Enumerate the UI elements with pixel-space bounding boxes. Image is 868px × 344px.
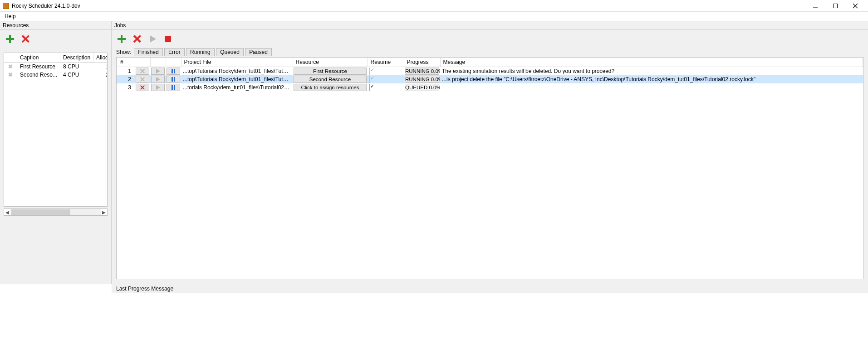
svg-rect-22 (172, 69, 173, 73)
svg-marker-21 (156, 69, 160, 73)
job-play-icon[interactable] (151, 76, 165, 83)
titlebar: Rocky Scheduler 24.1.0-dev (0, 0, 868, 12)
maximize-button[interactable] (825, 0, 845, 12)
statusbar: Last Progress Message (112, 284, 868, 293)
job-project-file: ...top\Tutoriais Rocky\dem_tut01_files\T… (181, 67, 293, 76)
job-progress: RUNNING 0.0% (405, 68, 439, 75)
svg-rect-23 (174, 69, 175, 73)
job-pause-icon[interactable] (167, 76, 180, 83)
job-num: 3 (117, 83, 135, 92)
svg-rect-1 (834, 4, 838, 8)
scroll-right-icon[interactable]: ▶ (101, 209, 107, 215)
svg-marker-31 (156, 85, 160, 90)
resource-allocated: 1 (93, 63, 108, 71)
job-resource-button[interactable]: Second Resource (294, 76, 367, 83)
job-cancel-icon[interactable] (136, 84, 149, 91)
add-job-button[interactable] (116, 34, 127, 44)
filter-error[interactable]: Error (164, 48, 185, 56)
col-progress[interactable]: Progress (404, 58, 440, 67)
jobs-panel: Jobs Show: Finished Error Running Queued… (112, 21, 868, 284)
resources-toolbar (0, 30, 111, 48)
svg-rect-27 (172, 77, 173, 82)
job-row[interactable]: 2...top\Tutoriais Rocky\dem_tut01_files\… (117, 75, 863, 83)
filter-running[interactable]: Running (186, 48, 215, 56)
job-message: The existing simulation results will be … (440, 67, 863, 76)
window-title: Rocky Scheduler 24.1.0-dev (12, 3, 80, 9)
job-progress: QUEUED 0.0% (405, 84, 439, 91)
delete-icon[interactable]: ✖ (7, 72, 14, 78)
remove-job-button[interactable] (132, 34, 142, 44)
col-message[interactable]: Message (440, 58, 863, 67)
svg-rect-12 (118, 38, 126, 40)
job-resume-checkbox[interactable] (369, 68, 370, 75)
job-resource-button[interactable]: First Resource (294, 68, 367, 75)
menu-help[interactable]: Help (2, 12, 19, 20)
last-progress-label: Last Progress Message (116, 286, 173, 292)
col-resume[interactable]: Resume (368, 58, 404, 67)
scroll-left-icon[interactable]: ◀ (4, 209, 10, 215)
col-resource[interactable]: Resource (293, 58, 368, 67)
filter-paused[interactable]: Paused (245, 48, 272, 56)
job-project-file: ...top\Tutoriais Rocky\dem_tut01_files\T… (181, 75, 293, 83)
play-button[interactable] (147, 34, 158, 44)
resource-row[interactable]: ✖First Resource8 CPU1 (4, 63, 108, 71)
job-num: 2 (117, 75, 135, 83)
job-resume-checkbox[interactable] (369, 76, 370, 83)
svg-rect-32 (172, 85, 173, 90)
job-num: 1 (117, 67, 135, 76)
svg-marker-17 (150, 35, 156, 43)
jobs-table[interactable]: # Project File Resource Resume Progress … (116, 57, 863, 279)
close-button[interactable] (845, 0, 865, 12)
col-caption[interactable]: Caption (17, 53, 60, 63)
jobs-toolbar (112, 30, 868, 48)
col-num[interactable]: # (117, 58, 135, 67)
col-description[interactable]: Description (60, 53, 93, 63)
col-allocated[interactable]: Allocated (93, 53, 108, 63)
resources-panel: Resources Caption Description (0, 21, 112, 284)
col-blank (4, 53, 17, 63)
resource-description: 8 CPU (60, 63, 93, 71)
job-progress: RUNNING 0.0% (405, 76, 439, 83)
filter-queued[interactable]: Queued (216, 48, 244, 56)
filter-finished[interactable]: Finished (134, 48, 162, 56)
filter-bar: Show: Finished Error Running Queued Paus… (112, 48, 868, 56)
svg-rect-18 (165, 36, 171, 42)
resource-allocated: 2 (93, 71, 108, 79)
svg-rect-5 (6, 38, 14, 40)
job-pause-icon[interactable] (167, 68, 180, 75)
job-cancel-icon[interactable] (136, 76, 149, 83)
job-cancel-icon[interactable] (136, 68, 149, 75)
job-play-icon[interactable] (151, 84, 165, 91)
svg-rect-28 (174, 77, 175, 82)
resource-row[interactable]: ✖Second Reso...4 CPU2 (4, 71, 108, 79)
svg-marker-26 (156, 77, 160, 82)
filter-label: Show: (116, 49, 131, 55)
stop-button[interactable] (162, 34, 173, 44)
resource-description: 4 CPU (60, 71, 93, 79)
job-message (440, 83, 863, 92)
resources-hscroll[interactable]: ◀ ▶ (4, 208, 108, 216)
svg-rect-33 (174, 85, 175, 90)
resource-caption: Second Reso... (17, 71, 60, 79)
app-icon (3, 3, 9, 9)
job-play-icon[interactable] (151, 68, 165, 75)
jobs-title: Jobs (112, 21, 868, 30)
resource-caption: First Resource (17, 63, 60, 71)
job-row[interactable]: 3...toriais Rocky\dem_tut01_files\Tutori… (117, 83, 863, 92)
resources-title: Resources (0, 21, 111, 30)
job-row[interactable]: 1...top\Tutoriais Rocky\dem_tut01_files\… (117, 67, 863, 76)
job-message: ...is project delete the file "C:\Users\… (440, 75, 863, 83)
job-project-file: ...toriais Rocky\dem_tut01_files\Tutoria… (181, 83, 293, 92)
delete-icon[interactable]: ✖ (7, 63, 14, 70)
job-pause-icon[interactable] (167, 84, 180, 91)
scroll-thumb[interactable] (11, 209, 70, 215)
remove-resource-button[interactable] (20, 34, 31, 44)
minimize-button[interactable] (805, 0, 825, 12)
menubar: Help (0, 12, 868, 21)
col-project[interactable]: Project File (181, 58, 293, 67)
resources-table[interactable]: Caption Description Allocated ✖First Res… (4, 53, 108, 207)
job-resource-button[interactable]: Click to assign resources (294, 84, 367, 91)
job-resume-checkbox[interactable] (369, 84, 370, 91)
add-resource-button[interactable] (5, 34, 15, 44)
